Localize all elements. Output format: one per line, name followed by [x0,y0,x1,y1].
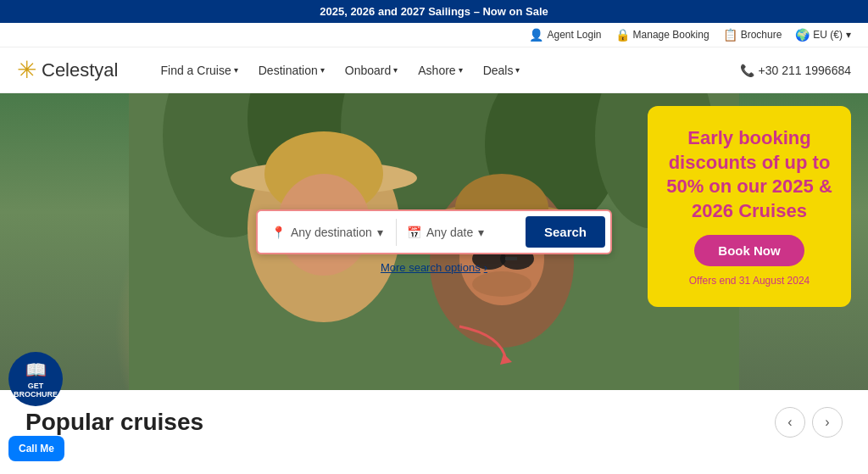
brochure-float-icon: 📖 [25,360,47,380]
destination-chevron-icon: ▾ [320,65,325,75]
destination-chevron-icon: ▾ [377,226,383,239]
nav-item-deals[interactable]: Deals ▾ [475,59,529,82]
arrow-left-icon: ‹ [787,415,792,430]
find-a-cruise-label: Find a Cruise [160,64,231,77]
promo-title: Early booking discounts of up to 50% on … [665,126,834,223]
agent-login-label: Agent Login [547,29,601,41]
search-container: 📍 Any destination ▾ 📅 Any date ▾ Search … [256,209,612,274]
call-me-label: Call Me [19,443,54,454]
person-icon: 👤 [529,28,543,42]
calendar-icon: 📅 [407,226,421,239]
nav-item-destination[interactable]: Destination ▾ [250,59,333,82]
deals-chevron-icon: ▾ [515,65,520,75]
manage-booking-label: Manage Booking [633,29,709,41]
date-field[interactable]: 📅 Any date ▾ [397,219,524,246]
lock-icon: 🔒 [615,28,630,42]
get-brochure-button[interactable]: 📖 GET BROCHURE [8,352,63,406]
region-chevron-icon: ▾ [846,29,851,41]
more-options-label: More search options [381,261,481,274]
nav-item-onboard[interactable]: Onboard ▾ [337,59,406,82]
ashore-chevron-icon: ▾ [459,65,463,75]
destination-label: Destination [259,64,318,77]
popular-cruises-title: Popular cruises [25,409,203,436]
book-now-button[interactable]: Book Now [694,235,804,266]
next-arrow-button[interactable]: › [812,407,843,438]
onboard-chevron-icon: ▾ [393,65,398,75]
logo-icon: ✳ [17,56,36,84]
location-pin-icon: 📍 [271,226,286,239]
region-label: EU (€) [813,29,843,41]
brochure-label: Brochure [741,29,782,41]
deals-label: Deals [483,64,514,77]
date-chevron-icon: ▾ [478,226,484,239]
logo-text: Celestyal [42,59,118,81]
globe-icon: 🌍 [795,28,810,42]
svg-point-20 [472,271,531,297]
onboard-label: Onboard [345,64,391,77]
logo[interactable]: ✳ Celestyal [17,56,118,84]
brochure-link[interactable]: 📋 Brochure [723,28,782,42]
announcement-text: 2025, 2026 and 2027 Sailings – Now on Sa… [320,5,548,18]
hero-section: 📍 Any destination ▾ 📅 Any date ▾ Search … [0,93,868,390]
region-selector[interactable]: 🌍 EU (€) ▾ [795,28,851,42]
ashore-label: Ashore [418,64,455,77]
search-box: 📍 Any destination ▾ 📅 Any date ▾ Search [256,209,612,254]
prev-arrow-button[interactable]: ‹ [775,407,805,438]
destination-field[interactable]: 📍 Any destination ▾ [261,219,397,246]
more-search-options-link[interactable]: More search options › [381,261,487,274]
get-brochure-float-label: GET BROCHURE [8,382,63,399]
manage-booking-link[interactable]: 🔒 Manage Booking [615,28,709,42]
primary-nav: ✳ Celestyal Find a Cruise ▾ Destination … [0,47,868,93]
arrow-indicator [451,318,519,369]
phone-icon: 📞 [740,64,754,77]
main-menu: Find a Cruise ▾ Destination ▾ Onboard ▾ … [152,59,739,82]
secondary-nav: 👤 Agent Login 🔒 Manage Booking 📋 Brochur… [0,23,868,47]
search-button[interactable]: Search [526,216,605,248]
more-options-arrow-icon: › [484,261,487,274]
agent-login-link[interactable]: 👤 Agent Login [529,28,601,42]
phone-nav[interactable]: 📞 +30 211 1996684 [740,64,851,77]
promo-offer-end-date: Offers end 31 August 2024 [665,275,834,287]
bottom-section: Popular cruises ‹ › [0,390,868,454]
call-me-button[interactable]: Call Me [8,436,64,461]
destination-value: Any destination [291,226,372,239]
find-cruise-chevron-icon: ▾ [234,65,238,75]
promo-card: Early booking discounts of up to 50% on … [648,106,851,307]
announcement-bar: 2025, 2026 and 2027 Sailings – Now on Sa… [0,0,868,23]
nav-item-find-a-cruise[interactable]: Find a Cruise ▾ [152,59,246,82]
brochure-icon: 📋 [723,28,737,42]
arrow-right-icon: › [825,415,829,430]
date-value: Any date [426,226,473,239]
phone-number: +30 211 1996684 [759,64,851,77]
nav-arrows: ‹ › [775,407,843,438]
nav-item-ashore[interactable]: Ashore ▾ [409,59,470,82]
